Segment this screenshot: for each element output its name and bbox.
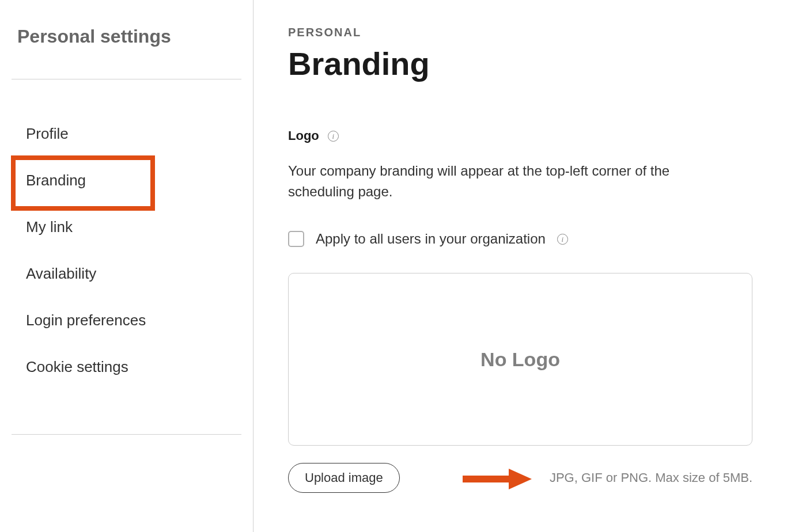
sidebar-item-label: Availability xyxy=(26,265,96,282)
sidebar: Personal settings Profile Branding My li… xyxy=(0,0,253,532)
info-icon[interactable]: i xyxy=(557,234,568,245)
sidebar-item-login-preferences[interactable]: Login preferences xyxy=(12,303,241,337)
nav-list: Profile Branding My link Availability Lo… xyxy=(12,79,241,435)
logo-description: Your company branding will appear at the… xyxy=(288,161,703,202)
info-icon[interactable]: i xyxy=(328,131,339,142)
sidebar-item-label: Branding xyxy=(26,172,86,189)
sidebar-item-cookie-settings[interactable]: Cookie settings xyxy=(12,350,241,384)
sidebar-title: Personal settings xyxy=(12,26,241,79)
logo-preview-box: No Logo xyxy=(288,273,752,446)
logo-section-header: Logo i xyxy=(288,128,752,143)
logo-section-label: Logo xyxy=(288,128,319,143)
page-title: Branding xyxy=(288,45,752,82)
sidebar-item-profile[interactable]: Profile xyxy=(12,117,241,151)
upload-hint: JPG, GIF or PNG. Max size of 5MB. xyxy=(550,470,752,485)
main-content: PERSONAL Branding Logo i Your company br… xyxy=(253,0,787,532)
sidebar-item-label: Profile xyxy=(26,125,69,142)
apply-all-label: Apply to all users in your organization xyxy=(316,231,546,247)
upload-image-button[interactable]: Upload image xyxy=(288,463,400,493)
sidebar-item-branding[interactable]: Branding xyxy=(12,164,241,197)
sidebar-item-label: My link xyxy=(26,218,73,235)
apply-all-row: Apply to all users in your organization … xyxy=(288,231,752,247)
sidebar-item-label: Login preferences xyxy=(26,311,146,329)
sidebar-item-label: Cookie settings xyxy=(26,358,128,375)
page-eyebrow: PERSONAL xyxy=(288,26,752,39)
sidebar-item-my-link[interactable]: My link xyxy=(12,210,241,244)
logo-preview-placeholder: No Logo xyxy=(480,348,560,371)
sidebar-item-availability[interactable]: Availability xyxy=(12,257,241,291)
apply-all-checkbox[interactable] xyxy=(288,231,304,247)
upload-row: Upload image JPG, GIF or PNG. Max size o… xyxy=(288,463,752,493)
